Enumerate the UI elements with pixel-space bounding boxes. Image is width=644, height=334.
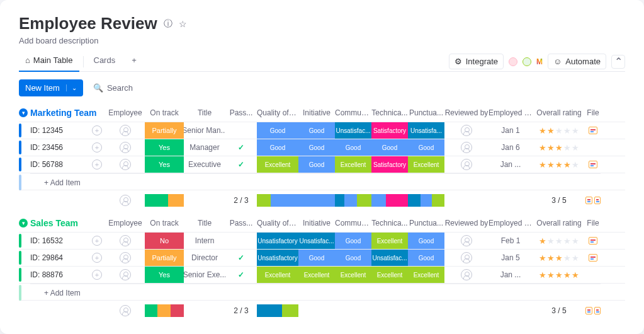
file-cell[interactable]	[585, 250, 601, 266]
pass-cell[interactable]	[225, 122, 257, 139]
employee-cell[interactable]	[106, 267, 145, 283]
quality-cell[interactable]: Good	[257, 122, 298, 139]
employee-cell[interactable]	[106, 250, 145, 266]
title-cell[interactable]: Executive	[184, 156, 225, 173]
collapse-group-icon[interactable]: ▾	[19, 108, 28, 117]
col-initiative[interactable]: Initiative	[298, 219, 335, 227]
expand-icon[interactable]: +	[92, 236, 102, 246]
col-pass[interactable]: Pass...	[225, 219, 257, 227]
title-cell[interactable]: Senior Man...	[184, 122, 225, 139]
employee-cell[interactable]	[106, 122, 145, 139]
file-cell[interactable]	[585, 267, 601, 283]
add-item-label[interactable]: + Add Item	[30, 284, 601, 302]
employed-since-cell[interactable]: Jan 5	[489, 250, 533, 266]
file-cell[interactable]	[585, 156, 601, 173]
item-name-cell[interactable]: ID: 56788+	[30, 156, 106, 173]
technical-cell[interactable]: Excellent	[371, 267, 408, 283]
ontrack-cell[interactable]: No	[145, 233, 184, 249]
reviewed-by-cell[interactable]	[444, 233, 489, 249]
collapse-header-button[interactable]: ⌃	[611, 55, 625, 69]
quality-cell[interactable]: Excellent	[257, 267, 298, 283]
expand-icon[interactable]: +	[92, 270, 102, 280]
integrate-button[interactable]: ⚙ Integrate	[449, 54, 504, 69]
col-communication[interactable]: Communi...	[335, 108, 371, 117]
file-cell[interactable]	[585, 233, 601, 249]
initiative-cell[interactable]: Unsatisfac...	[298, 233, 335, 249]
overall-rating-cell[interactable]: ★★★★★	[533, 156, 585, 173]
table-row[interactable]: ID: 16532+ No Intern Unsatisfactory Unsa…	[19, 232, 625, 249]
expand-icon[interactable]: +	[92, 159, 102, 170]
pass-cell[interactable]: ✓	[225, 139, 257, 156]
col-punctuality[interactable]: Punctua...	[408, 108, 444, 117]
overall-rating-cell[interactable]: ★★★★★	[533, 250, 585, 266]
title-cell[interactable]: Intern	[184, 233, 225, 249]
technical-cell[interactable]: Good	[371, 139, 408, 156]
expand-icon[interactable]: +	[92, 253, 102, 263]
punctuality-cell[interactable]: Good	[408, 139, 444, 156]
tab-add-view[interactable]: +	[125, 52, 143, 71]
pass-cell[interactable]: ✓	[225, 250, 257, 266]
ontrack-cell[interactable]: Partially	[145, 250, 184, 266]
col-quality[interactable]: Quality of w...	[257, 219, 298, 227]
initiative-cell[interactable]: Good	[298, 139, 335, 156]
employed-since-cell[interactable]: Jan 6	[489, 139, 533, 156]
title-cell[interactable]: Manager	[184, 139, 225, 156]
initiative-cell[interactable]: Good	[298, 122, 335, 139]
col-employee[interactable]: Employee	[106, 108, 145, 117]
col-employed[interactable]: Employed s...	[489, 108, 533, 117]
table-row[interactable]: ID: 56788+ Yes Executive ✓ Excellent Goo…	[19, 156, 625, 173]
quality-cell[interactable]: Excellent	[257, 156, 298, 173]
table-row[interactable]: ID: 29864+ Partially Director ✓ Unsatisf…	[19, 249, 625, 266]
col-employed[interactable]: Employed s...	[489, 219, 533, 227]
col-file[interactable]: File	[585, 219, 601, 227]
item-name-cell[interactable]: ID: 16532+	[30, 233, 106, 249]
col-technical[interactable]: Technica...	[371, 108, 408, 117]
reviewed-by-cell[interactable]	[444, 122, 489, 139]
title-cell[interactable]: Director	[184, 250, 225, 266]
initiative-cell[interactable]: Good	[298, 250, 335, 266]
col-employee[interactable]: Employee	[106, 219, 145, 227]
automate-button[interactable]: ☺ Automate	[548, 54, 606, 69]
item-name-cell[interactable]: ID: 23456+	[30, 139, 106, 156]
expand-icon[interactable]: +	[92, 125, 102, 135]
technical-cell[interactable]: Satisfactory	[371, 122, 408, 139]
item-name-cell[interactable]: ID: 12345+	[30, 122, 106, 139]
col-initiative[interactable]: Initiative	[298, 108, 335, 117]
add-item-row[interactable]: + Add Item	[19, 283, 625, 300]
col-file[interactable]: File	[585, 108, 601, 117]
employed-since-cell[interactable]: Jan 1	[489, 122, 533, 139]
integration-badge-2[interactable]	[523, 57, 531, 66]
employee-cell[interactable]	[106, 233, 145, 249]
col-pass[interactable]: Pass...	[225, 108, 257, 117]
reviewed-by-cell[interactable]	[444, 156, 489, 173]
quality-cell[interactable]: Good	[257, 139, 298, 156]
col-reviewed[interactable]: Reviewed by	[444, 219, 489, 227]
integration-badge-1[interactable]	[509, 57, 517, 66]
punctuality-cell[interactable]: Excellent	[408, 267, 444, 283]
overall-rating-cell[interactable]: ★★★★★	[533, 233, 585, 249]
communication-cell[interactable]: Good	[335, 233, 371, 249]
pass-cell[interactable]: ✓	[225, 267, 257, 283]
communication-cell[interactable]: Good	[335, 139, 371, 156]
col-overall[interactable]: Overall rating	[533, 219, 585, 227]
communication-cell[interactable]: Excellent	[335, 156, 371, 173]
communication-cell[interactable]: Unsatisfac...	[335, 122, 371, 139]
add-item-row[interactable]: + Add Item	[19, 173, 625, 190]
communication-cell[interactable]: Good	[335, 250, 371, 266]
add-item-label[interactable]: + Add Item	[30, 173, 601, 192]
col-punctuality[interactable]: Punctua...	[408, 219, 444, 227]
info-icon[interactable]: ⓘ	[164, 18, 172, 30]
col-technical[interactable]: Technica...	[371, 219, 408, 227]
search-button[interactable]: 🔍 Search	[93, 83, 133, 93]
ontrack-cell[interactable]: Yes	[145, 139, 184, 156]
ontrack-cell[interactable]: Yes	[145, 267, 184, 283]
col-title[interactable]: Title	[184, 219, 225, 227]
new-item-button[interactable]: New Item ⌄	[19, 79, 83, 96]
file-cell[interactable]	[585, 139, 601, 156]
overall-rating-cell[interactable]: ★★★★★	[533, 139, 585, 156]
punctuality-cell[interactable]: Excellent	[408, 156, 444, 173]
col-communication[interactable]: Communi...	[335, 219, 371, 227]
table-row[interactable]: ID: 88876+ Yes Senior Exe... ✓ Excellent…	[19, 266, 625, 283]
file-cell[interactable]	[585, 122, 601, 139]
item-name-cell[interactable]: ID: 88876+	[30, 267, 106, 283]
